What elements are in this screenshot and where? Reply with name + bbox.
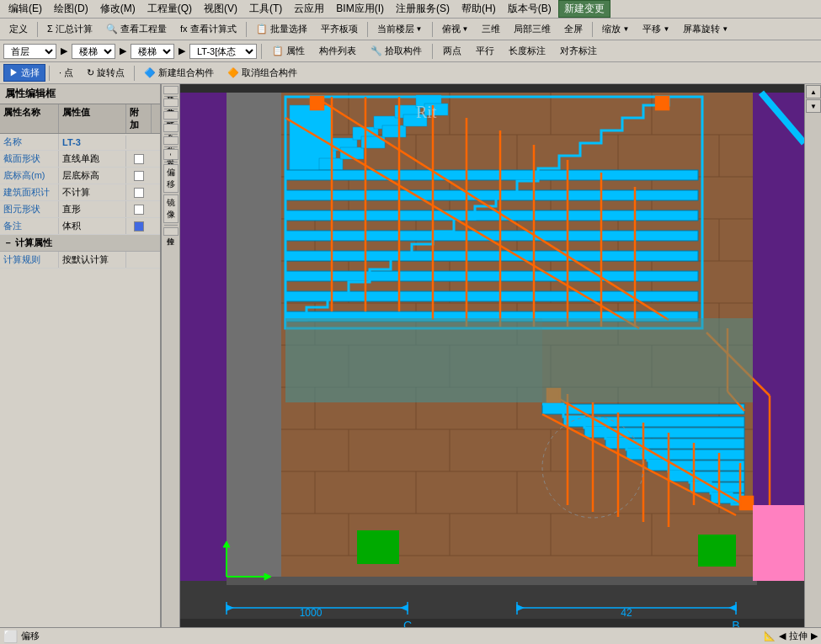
break-btn[interactable]: 打断 xyxy=(163,111,179,120)
select-btn[interactable]: ▶ 选择 xyxy=(3,64,45,82)
define-btn[interactable]: 定义 xyxy=(3,20,34,38)
prop-note-value[interactable]: 体积 xyxy=(59,218,126,234)
align-dim-btn[interactable]: 对齐标注 xyxy=(554,42,603,60)
vbar-sep2 xyxy=(164,109,178,109)
prop-row-shape: 图元形状 直形 xyxy=(0,201,160,218)
rotate-btn[interactable]: 屏幕旋转 ▼ xyxy=(677,20,734,38)
prop-section-label[interactable]: 截面形状 xyxy=(0,151,59,167)
prop-shape-extra[interactable] xyxy=(126,203,152,216)
area-checkbox[interactable] xyxy=(134,188,144,198)
prop-area-extra[interactable] xyxy=(126,186,152,200)
prop-shape-label[interactable]: 图元形状 xyxy=(0,201,59,217)
status-bar: ⬜ 偏移 📐 ◀ 拉伸 ▶ xyxy=(0,627,821,644)
prop-calcrule-label[interactable]: 计算规则 xyxy=(0,252,59,268)
point-btn[interactable]: · 点 xyxy=(53,64,79,82)
two-points-btn[interactable]: 两点 xyxy=(437,42,467,60)
svg-rect-111 xyxy=(656,97,669,109)
scroll-up-btn[interactable]: ▲ xyxy=(806,85,821,98)
prop-area-label[interactable]: 建筑面积计 xyxy=(0,184,59,200)
note-checkbox[interactable] xyxy=(134,221,144,232)
sep9 xyxy=(134,66,135,81)
element-select[interactable]: LT-3[体态 xyxy=(189,44,257,59)
prop-area-value[interactable]: 不计算 xyxy=(59,184,126,200)
property-btn[interactable]: 📋 属性 xyxy=(266,42,311,60)
category2-select[interactable]: 楼梯 xyxy=(131,44,174,59)
canvas-area[interactable]: 1000 42 C B Rit xyxy=(180,84,804,627)
top-view-btn[interactable]: 俯视 ▼ xyxy=(436,20,475,38)
coord-icon: 📐 xyxy=(764,631,776,641)
prop-elev-label[interactable]: 底标高(m) xyxy=(0,168,59,184)
local-3d-btn[interactable]: 局部三维 xyxy=(508,20,557,38)
svg-rect-1 xyxy=(180,93,227,581)
toolbar2: 首层 二层 基础层 ▶ 楼梯 ▶ 楼梯 ▶ LT-3[体态 📋 属性 构件列表 … xyxy=(0,40,821,62)
extend-btn[interactable]: 延伸 xyxy=(163,86,179,94)
fullscreen-btn[interactable]: 全屏 xyxy=(558,20,589,38)
mirror-btn[interactable]: 偏移 xyxy=(163,164,179,193)
prop-name-extra xyxy=(126,141,152,144)
vbar-sep6 xyxy=(164,162,178,162)
menu-draw[interactable]: 绘图(D) xyxy=(49,0,93,18)
menu-view[interactable]: 视图(V) xyxy=(199,0,243,18)
shape-checkbox[interactable] xyxy=(134,205,144,215)
stretch-btn[interactable]: 拉伸 xyxy=(163,227,179,236)
right-scrollbar[interactable]: ▲ ▼ xyxy=(804,84,821,627)
elev-checkbox[interactable] xyxy=(134,171,144,181)
rotate-point-btn[interactable]: ↻ 旋转点 xyxy=(81,64,131,82)
svg-rect-94 xyxy=(648,460,744,471)
prop-calcrule-value[interactable]: 按默认计算 xyxy=(59,252,126,268)
sep8 xyxy=(49,66,50,81)
align-slab-btn[interactable]: 平齐板项 xyxy=(315,20,364,38)
prop-section-value[interactable]: 直线单跑 xyxy=(59,151,126,167)
svg-rect-85 xyxy=(285,251,698,261)
scroll-right-btn[interactable]: ▶ xyxy=(811,631,818,641)
arrow-icon3: ▶ xyxy=(177,45,187,56)
current-floor-btn[interactable]: 当前楼层 ▼ xyxy=(371,20,429,38)
svg-rect-129 xyxy=(357,530,399,564)
no-trim-btn[interactable]: 非修剪 xyxy=(163,98,179,107)
category1-select[interactable]: 楼梯 xyxy=(72,44,115,59)
menu-newchange[interactable]: 新建变更 xyxy=(558,0,610,18)
pan-btn[interactable]: 平移 ▼ xyxy=(637,20,675,38)
menu-bim[interactable]: BIM应用(I) xyxy=(331,0,389,18)
offset-btn[interactable]: 镜像 xyxy=(163,194,179,223)
merge-btn[interactable]: 合并 xyxy=(163,124,179,132)
section-checkbox[interactable] xyxy=(134,154,144,164)
length-dim-btn[interactable]: 长度标注 xyxy=(503,42,552,60)
prop-note-extra[interactable] xyxy=(126,220,152,233)
menu-cloud[interactable]: 云应用 xyxy=(289,0,329,18)
prop-row-elevation: 底标高(m) 层底标高 xyxy=(0,168,160,184)
menu-edit[interactable]: 编辑(E) xyxy=(3,0,47,18)
prop-section-extra[interactable] xyxy=(126,152,152,166)
prop-name-label[interactable]: 名称 xyxy=(0,134,59,150)
calc-sum-btn[interactable]: Σ 汇总计算 xyxy=(41,20,99,38)
parallel-btn[interactable]: 平行 xyxy=(470,42,500,60)
menu-tools[interactable]: 工具(T) xyxy=(244,0,287,18)
split-btn[interactable]: 分割 xyxy=(163,136,179,145)
menu-help[interactable]: 帮助(H) xyxy=(456,0,501,18)
sep7 xyxy=(432,44,433,59)
view-quantity-btn[interactable]: 🔍 查看工程量 xyxy=(100,20,173,38)
cancel-group-btn[interactable]: 🔶 取消组合构件 xyxy=(221,64,303,82)
new-group-btn[interactable]: 🔷 新建组合构件 xyxy=(138,64,220,82)
scroll-down-btn[interactable]: ▼ xyxy=(806,99,821,113)
prop-name-value[interactable]: LT-3 xyxy=(59,136,126,149)
prop-elev-extra[interactable] xyxy=(126,169,152,183)
menu-service[interactable]: 注册服务(S) xyxy=(391,0,455,18)
prop-note-label[interactable]: 备注 xyxy=(0,218,59,234)
prop-shape-value[interactable]: 直形 xyxy=(59,201,126,217)
menu-version[interactable]: 版本号(B) xyxy=(503,0,557,18)
zoom-btn[interactable]: 缩放 ▼ xyxy=(596,20,635,38)
view-formula-btn[interactable]: fx 查看计算式 xyxy=(174,20,243,38)
align-btn[interactable]: 对齐- xyxy=(163,149,179,160)
prop-elev-value[interactable]: 层底标高 xyxy=(59,168,126,184)
scroll-left-btn[interactable]: ◀ xyxy=(779,631,786,641)
prop-row-calcrule: 计算规则 按默认计算 xyxy=(0,252,160,269)
3d-btn[interactable]: 三维 xyxy=(476,20,506,38)
floor-select[interactable]: 首层 二层 基础层 xyxy=(3,44,56,59)
menu-modify[interactable]: 修改(M) xyxy=(95,0,141,18)
pick-component-btn[interactable]: 🔧 拾取构件 xyxy=(365,42,428,60)
menu-quantity[interactable]: 工程量(Q) xyxy=(142,0,197,18)
batch-select-btn[interactable]: 📋 批量选择 xyxy=(250,20,313,38)
toolbar3: ▶ 选择 · 点 ↻ 旋转点 🔷 新建组合构件 🔶 取消组合构件 xyxy=(0,62,821,84)
component-list-btn[interactable]: 构件列表 xyxy=(313,42,362,60)
